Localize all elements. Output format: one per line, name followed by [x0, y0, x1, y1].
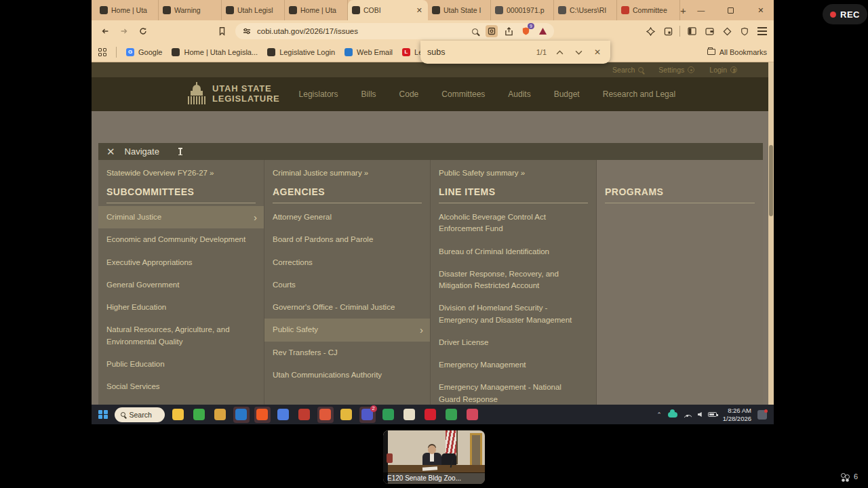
- site-nav-link[interactable]: Research and Legal: [603, 89, 675, 99]
- brave-rewards-icon[interactable]: [536, 25, 549, 37]
- agency-item[interactable]: Courts›: [264, 274, 430, 296]
- battery-icon[interactable]: [708, 412, 717, 417]
- tab-committee[interactable]: Committee ✕: [617, 0, 680, 20]
- site-search-link[interactable]: Search: [612, 66, 644, 74]
- line-item[interactable]: Emergency Management›: [431, 354, 596, 376]
- url-input[interactable]: [257, 27, 465, 35]
- volume-icon[interactable]: [698, 412, 702, 417]
- site-nav-link[interactable]: Code: [399, 89, 419, 99]
- vpn-shield-icon[interactable]: [738, 25, 751, 37]
- taskbar-chrome[interactable]: [338, 407, 355, 423]
- site-nav-link[interactable]: Bills: [361, 89, 376, 99]
- tab-warning[interactable]: Warning ✕: [159, 0, 222, 20]
- tab-utah-state[interactable]: Utah State I ✕: [428, 0, 491, 20]
- agency-item[interactable]: Attorney General›: [264, 206, 430, 228]
- tray-expand-icon[interactable]: ⌃: [656, 411, 662, 418]
- navigate-close-icon[interactable]: ✕: [106, 146, 115, 158]
- all-bookmarks-button[interactable]: All Bookmarks: [707, 48, 767, 56]
- taskbar-clock[interactable]: 8:26 AM1/28/2026: [723, 407, 751, 423]
- taskbar-search[interactable]: Search: [115, 407, 165, 422]
- find-in-page-icon[interactable]: [486, 25, 498, 37]
- line-item[interactable]: Driver License›: [431, 331, 596, 354]
- find-close-icon[interactable]: ✕: [591, 46, 604, 58]
- subcommittee-item[interactable]: General Government›: [98, 274, 264, 296]
- bookmark-flag-icon[interactable]: [214, 23, 230, 39]
- subcommittee-item[interactable]: Social Services›: [98, 375, 264, 398]
- window-close-button[interactable]: ✕: [746, 0, 776, 20]
- line-item[interactable]: Disaster Response, Recovery, and Mitigat…: [431, 263, 596, 298]
- public-safety-summary-link[interactable]: Public Safety summary »: [431, 160, 596, 180]
- rewards-diamond-icon[interactable]: [721, 25, 733, 37]
- site-nav-link[interactable]: Audits: [508, 89, 530, 99]
- url-bar[interactable]: 9: [235, 23, 554, 39]
- subcommittee-item[interactable]: Transportation and Infrastructure›: [98, 398, 264, 405]
- taskbar-green-p-app[interactable]: [443, 407, 460, 423]
- find-previous-icon[interactable]: [553, 46, 566, 58]
- taskbar-light-app[interactable]: [401, 407, 418, 423]
- agency-item[interactable]: Utah Communications Authority›: [264, 364, 430, 386]
- tab-home-utah-2[interactable]: Home | Uta ✕: [285, 0, 348, 20]
- sidebar-icon[interactable]: [686, 25, 698, 37]
- leo-ai-icon[interactable]: [644, 25, 656, 37]
- subcommittee-item[interactable]: Higher Education›: [98, 296, 264, 319]
- meeting-video-thumbnail[interactable]: E120 Senate Bldg Zoo...: [383, 430, 485, 484]
- subcommittee-item[interactable]: Economic and Community Development›: [98, 228, 264, 251]
- site-nav-link[interactable]: Committees: [441, 89, 485, 99]
- line-item[interactable]: Division of Homeland Security - Emergenc…: [431, 297, 596, 331]
- agency-item[interactable]: Rev Transfers - CJ›: [264, 342, 430, 364]
- site-login-link[interactable]: Login: [709, 66, 737, 74]
- taskbar-brave[interactable]: [254, 407, 271, 423]
- window-maximize-button[interactable]: [716, 0, 746, 20]
- taskbar-teams[interactable]: 2: [359, 407, 376, 423]
- taskbar-excel[interactable]: [380, 407, 397, 423]
- window-minimize-button[interactable]: —: [686, 0, 716, 20]
- tab-pdf-00001971[interactable]: 00001971.p ✕: [491, 0, 554, 20]
- taskbar-outlook[interactable]: [233, 407, 250, 423]
- menu-icon[interactable]: [756, 25, 768, 37]
- subcommittee-item[interactable]: Criminal Justice›: [98, 206, 264, 228]
- wifi-icon[interactable]: [684, 412, 692, 418]
- agency-item[interactable]: Public Safety›: [264, 319, 430, 341]
- wallet-icon[interactable]: [703, 25, 715, 37]
- taskbar-file-explorer[interactable]: [170, 407, 186, 423]
- taskbar-red-app[interactable]: [296, 407, 313, 423]
- statewide-overview-link[interactable]: Statewide Overview FY26-27 »: [98, 160, 264, 180]
- line-item[interactable]: Emergency Management - National Guard Re…: [431, 376, 596, 405]
- reload-button[interactable]: [135, 23, 151, 39]
- tab-search-icon[interactable]: [662, 25, 674, 37]
- tab-cobi[interactable]: COBI ✕: [348, 0, 428, 20]
- criminal-justice-summary-link[interactable]: Criminal Justice summary »: [264, 160, 430, 180]
- site-brand[interactable]: UTAH STATELEGISLATURE: [212, 84, 280, 104]
- tab-home-utah-1[interactable]: Home | Uta ✕: [96, 0, 159, 20]
- find-input[interactable]: [427, 47, 502, 57]
- tab-close-icon[interactable]: ✕: [415, 6, 424, 15]
- new-tab-button[interactable]: +: [680, 0, 686, 20]
- agency-item[interactable]: Board of Pardons and Parole›: [264, 228, 430, 251]
- line-item[interactable]: Bureau of Criminal Identification›: [431, 241, 596, 263]
- subcommittee-item[interactable]: Natural Resources, Agriculture, and Envi…: [98, 319, 264, 353]
- subcommittee-item[interactable]: Executive Appropriations›: [98, 251, 264, 274]
- taskbar-pink-app[interactable]: [465, 407, 481, 423]
- page-scrollbar[interactable]: [768, 62, 774, 405]
- participants-count[interactable]: 6: [841, 472, 858, 481]
- bookmark-google[interactable]: G Google: [126, 48, 162, 56]
- share-icon[interactable]: [502, 25, 515, 37]
- bookmark-legislative-login[interactable]: Legislative Login: [267, 48, 335, 56]
- tab-local-file[interactable]: C:\Users\RI ✕: [554, 0, 617, 20]
- site-nav-link[interactable]: Budget: [554, 89, 580, 99]
- brave-shields-icon[interactable]: 9: [519, 25, 532, 37]
- bookmark-home-utah-legislature[interactable]: Home | Utah Legisla...: [172, 48, 258, 56]
- bookmark-web-email[interactable]: Web Email: [344, 48, 393, 56]
- capitol-logo-icon[interactable]: [188, 83, 205, 105]
- agency-item[interactable]: Governor's Office - Criminal Justice›: [264, 296, 430, 319]
- tray-notification-icon[interactable]: [757, 410, 767, 420]
- find-next-icon[interactable]: [572, 46, 585, 58]
- cloud-tray-icon[interactable]: [668, 412, 677, 418]
- taskbar-green-ring-app[interactable]: [191, 407, 208, 423]
- subcommittee-item[interactable]: Public Education›: [98, 353, 264, 375]
- agency-item[interactable]: Corrections›: [264, 251, 430, 274]
- line-item[interactable]: Alcoholic Beverage Control Act Enforceme…: [431, 206, 596, 241]
- taskbar-acrobat[interactable]: [422, 407, 439, 423]
- start-button[interactable]: [98, 410, 108, 420]
- site-settings-link[interactable]: Settings: [658, 66, 694, 74]
